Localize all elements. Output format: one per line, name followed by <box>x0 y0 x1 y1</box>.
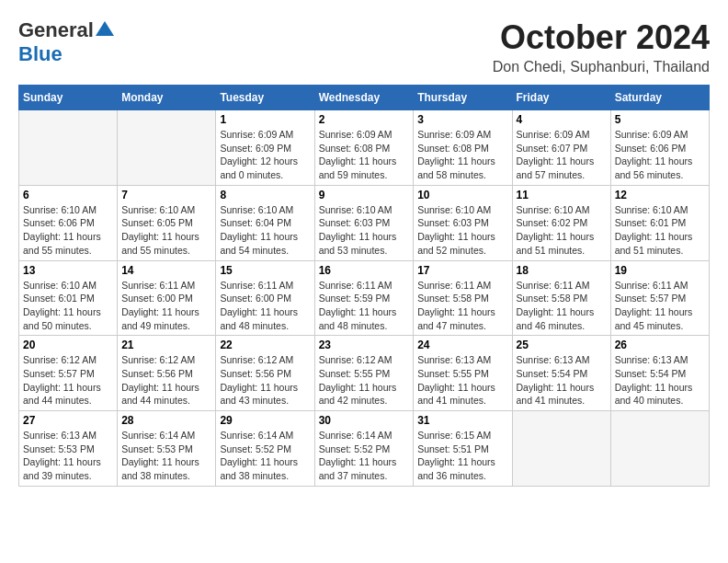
day-info: Sunrise: 6:11 AMSunset: 6:00 PMDaylight:… <box>121 279 211 333</box>
day-number: 9 <box>319 189 410 201</box>
day-number: 16 <box>319 264 410 277</box>
day-info: Sunrise: 6:14 AMSunset: 5:52 PMDaylight:… <box>220 429 310 483</box>
day-number: 29 <box>220 414 310 427</box>
calendar-cell: 12Sunrise: 6:10 AMSunset: 6:01 PMDayligh… <box>610 185 709 260</box>
calendar-day-header: Friday <box>512 86 610 110</box>
calendar-cell: 6Sunrise: 6:10 AMSunset: 6:06 PMDaylight… <box>19 185 118 260</box>
calendar-cell: 30Sunrise: 6:14 AMSunset: 5:52 PMDayligh… <box>314 411 414 487</box>
day-number: 27 <box>23 414 113 427</box>
day-info: Sunrise: 6:13 AMSunset: 5:54 PMDaylight:… <box>615 353 705 408</box>
calendar-cell <box>118 110 216 186</box>
day-number: 24 <box>417 339 507 351</box>
calendar-cell: 29Sunrise: 6:14 AMSunset: 5:52 PMDayligh… <box>216 411 314 487</box>
day-info: Sunrise: 6:09 AMSunset: 6:08 PMDaylight:… <box>417 128 507 182</box>
day-number: 5 <box>615 113 705 126</box>
day-info: Sunrise: 6:09 AMSunset: 6:08 PMDaylight:… <box>319 128 410 182</box>
day-number: 17 <box>417 264 507 277</box>
day-number: 23 <box>319 339 410 351</box>
day-number: 12 <box>615 189 705 201</box>
day-number: 7 <box>121 189 211 201</box>
day-number: 30 <box>319 414 410 427</box>
calendar-table: SundayMondayTuesdayWednesdayThursdayFrid… <box>18 85 710 487</box>
calendar-cell: 24Sunrise: 6:13 AMSunset: 5:55 PMDayligh… <box>414 336 512 411</box>
title-block: October 2024 Don Chedi, Suphanburi, Thai… <box>493 18 710 75</box>
day-number: 18 <box>517 264 607 277</box>
day-info: Sunrise: 6:09 AMSunset: 6:09 PMDaylight:… <box>220 128 310 182</box>
calendar-cell: 27Sunrise: 6:13 AMSunset: 5:53 PMDayligh… <box>19 411 118 487</box>
day-number: 25 <box>517 339 607 351</box>
calendar-cell: 17Sunrise: 6:11 AMSunset: 5:58 PMDayligh… <box>414 260 512 336</box>
month-title: October 2024 <box>493 18 710 57</box>
calendar-day-header: Tuesday <box>216 86 314 110</box>
calendar-cell: 23Sunrise: 6:12 AMSunset: 5:55 PMDayligh… <box>314 336 414 411</box>
day-info: Sunrise: 6:15 AMSunset: 5:51 PMDaylight:… <box>417 429 507 483</box>
logo: General Blue <box>18 18 114 66</box>
day-number: 13 <box>23 264 113 277</box>
calendar-cell: 28Sunrise: 6:14 AMSunset: 5:53 PMDayligh… <box>118 411 216 487</box>
calendar-week-row: 6Sunrise: 6:10 AMSunset: 6:06 PMDaylight… <box>19 185 710 260</box>
day-info: Sunrise: 6:12 AMSunset: 5:57 PMDaylight:… <box>23 353 113 408</box>
calendar-cell: 18Sunrise: 6:11 AMSunset: 5:58 PMDayligh… <box>512 260 610 336</box>
calendar-day-header: Sunday <box>19 86 118 110</box>
day-info: Sunrise: 6:10 AMSunset: 6:06 PMDaylight:… <box>23 203 113 258</box>
calendar-cell <box>610 411 709 487</box>
calendar-cell: 2Sunrise: 6:09 AMSunset: 6:08 PMDaylight… <box>314 110 414 186</box>
calendar-week-row: 20Sunrise: 6:12 AMSunset: 5:57 PMDayligh… <box>19 336 710 411</box>
calendar-cell: 4Sunrise: 6:09 AMSunset: 6:07 PMDaylight… <box>512 110 610 186</box>
day-info: Sunrise: 6:10 AMSunset: 6:02 PMDaylight:… <box>517 203 607 258</box>
day-info: Sunrise: 6:10 AMSunset: 6:01 PMDaylight:… <box>23 279 113 333</box>
day-info: Sunrise: 6:11 AMSunset: 5:58 PMDaylight:… <box>517 279 607 333</box>
calendar-day-header: Saturday <box>610 86 709 110</box>
calendar-cell: 1Sunrise: 6:09 AMSunset: 6:09 PMDaylight… <box>216 110 314 186</box>
calendar-cell: 11Sunrise: 6:10 AMSunset: 6:02 PMDayligh… <box>512 185 610 260</box>
day-info: Sunrise: 6:11 AMSunset: 5:57 PMDaylight:… <box>615 279 705 333</box>
calendar-cell: 10Sunrise: 6:10 AMSunset: 6:03 PMDayligh… <box>414 185 512 260</box>
calendar-week-row: 13Sunrise: 6:10 AMSunset: 6:01 PMDayligh… <box>19 260 710 336</box>
page-header: General Blue October 2024 Don Chedi, Sup… <box>18 18 710 75</box>
day-number: 11 <box>517 189 607 201</box>
day-number: 10 <box>417 189 507 201</box>
calendar-cell: 19Sunrise: 6:11 AMSunset: 5:57 PMDayligh… <box>610 260 709 336</box>
day-info: Sunrise: 6:10 AMSunset: 6:05 PMDaylight:… <box>121 203 211 258</box>
day-number: 31 <box>417 414 507 427</box>
calendar-cell: 9Sunrise: 6:10 AMSunset: 6:03 PMDaylight… <box>314 185 414 260</box>
day-number: 28 <box>121 414 211 427</box>
day-number: 6 <box>23 189 113 201</box>
calendar-cell: 7Sunrise: 6:10 AMSunset: 6:05 PMDaylight… <box>118 185 216 260</box>
day-number: 14 <box>121 264 211 277</box>
day-info: Sunrise: 6:14 AMSunset: 5:53 PMDaylight:… <box>121 429 211 483</box>
day-number: 22 <box>220 339 310 351</box>
calendar-cell: 20Sunrise: 6:12 AMSunset: 5:57 PMDayligh… <box>19 336 118 411</box>
calendar-cell: 8Sunrise: 6:10 AMSunset: 6:04 PMDaylight… <box>216 185 314 260</box>
calendar-cell: 3Sunrise: 6:09 AMSunset: 6:08 PMDaylight… <box>414 110 512 186</box>
calendar-cell: 22Sunrise: 6:12 AMSunset: 5:56 PMDayligh… <box>216 336 314 411</box>
day-info: Sunrise: 6:10 AMSunset: 6:03 PMDaylight:… <box>319 203 410 258</box>
svg-marker-0 <box>96 21 114 36</box>
logo-blue: Blue <box>18 42 63 65</box>
logo-general: General <box>18 18 94 42</box>
day-info: Sunrise: 6:11 AMSunset: 5:59 PMDaylight:… <box>319 279 410 333</box>
calendar-cell: 25Sunrise: 6:13 AMSunset: 5:54 PMDayligh… <box>512 336 610 411</box>
calendar-day-header: Wednesday <box>314 86 414 110</box>
day-info: Sunrise: 6:13 AMSunset: 5:53 PMDaylight:… <box>23 429 113 483</box>
day-number: 15 <box>220 264 310 277</box>
day-number: 2 <box>319 113 410 126</box>
calendar-cell: 5Sunrise: 6:09 AMSunset: 6:06 PMDaylight… <box>610 110 709 186</box>
calendar-cell: 21Sunrise: 6:12 AMSunset: 5:56 PMDayligh… <box>118 336 216 411</box>
day-info: Sunrise: 6:11 AMSunset: 5:58 PMDaylight:… <box>417 279 507 333</box>
calendar-cell: 14Sunrise: 6:11 AMSunset: 6:00 PMDayligh… <box>118 260 216 336</box>
day-info: Sunrise: 6:09 AMSunset: 6:06 PMDaylight:… <box>615 128 705 182</box>
day-info: Sunrise: 6:13 AMSunset: 5:54 PMDaylight:… <box>517 353 607 408</box>
calendar-cell: 13Sunrise: 6:10 AMSunset: 6:01 PMDayligh… <box>19 260 118 336</box>
day-info: Sunrise: 6:10 AMSunset: 6:03 PMDaylight:… <box>417 203 507 258</box>
day-number: 8 <box>220 189 310 201</box>
day-number: 4 <box>517 113 607 126</box>
logo-triangle-icon <box>96 19 114 38</box>
day-info: Sunrise: 6:10 AMSunset: 6:04 PMDaylight:… <box>220 203 310 258</box>
day-number: 21 <box>121 339 211 351</box>
day-number: 20 <box>23 339 113 351</box>
day-info: Sunrise: 6:14 AMSunset: 5:52 PMDaylight:… <box>319 429 410 483</box>
day-info: Sunrise: 6:10 AMSunset: 6:01 PMDaylight:… <box>615 203 705 258</box>
day-info: Sunrise: 6:11 AMSunset: 6:00 PMDaylight:… <box>220 279 310 333</box>
day-number: 3 <box>417 113 507 126</box>
